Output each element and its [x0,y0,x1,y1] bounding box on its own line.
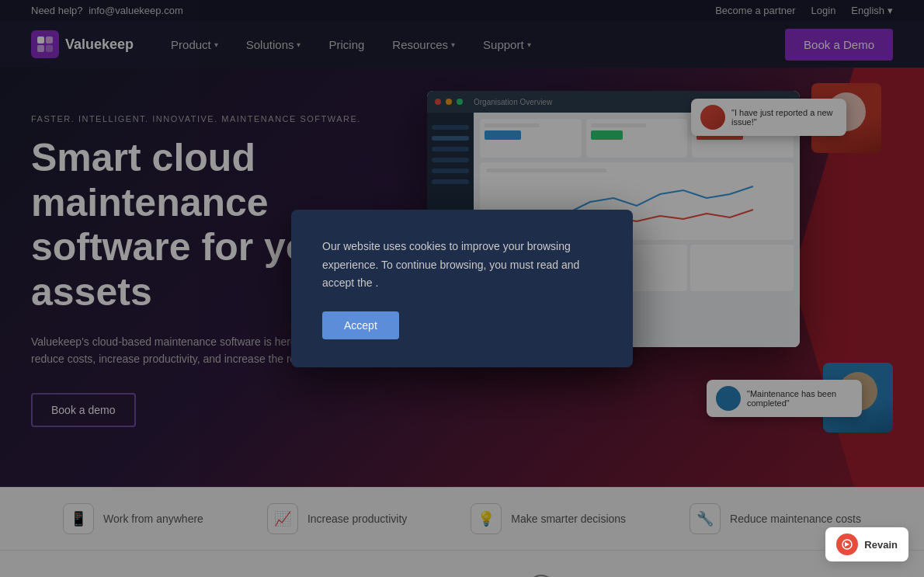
revain-widget[interactable]: Revain [825,527,908,561]
cookie-overlay: Our website uses cookies to improve your… [0,0,924,577]
revain-icon [836,534,858,555]
cookie-message: Our website uses cookies to improve your… [322,238,602,293]
revain-label: Revain [864,539,898,551]
cookie-modal: Our website uses cookies to improve your… [291,210,633,367]
accept-button[interactable]: Accept [322,311,399,339]
